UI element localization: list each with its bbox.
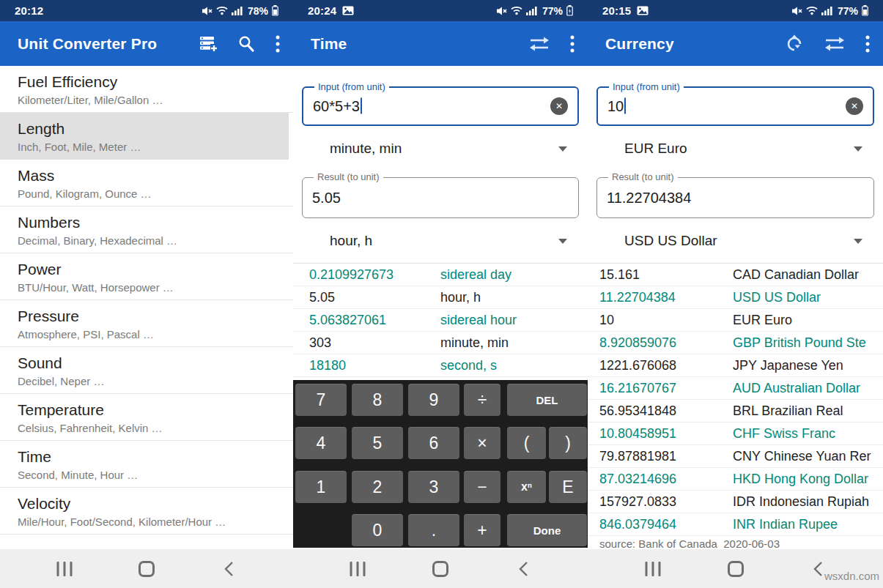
search-icon[interactable] xyxy=(237,34,256,53)
category-sound[interactable]: Sound Decibel, Neper … xyxy=(0,347,293,394)
conversion-row[interactable]: 846.0379464INR Indian Rupee xyxy=(588,513,883,536)
category-numbers[interactable]: Numbers Decimal, Binary, Hexadecimal … xyxy=(0,206,293,253)
key-close-paren[interactable]: ) xyxy=(549,427,587,459)
key-divide[interactable]: ÷ xyxy=(464,384,500,416)
screenshot-notification-icon xyxy=(637,6,649,15)
clear-input-icon[interactable]: ✕ xyxy=(550,97,568,115)
back-button[interactable] xyxy=(223,560,234,578)
key-9[interactable]: 9 xyxy=(408,384,459,416)
key-done[interactable]: Done xyxy=(507,514,587,546)
key-power[interactable]: xⁿ xyxy=(507,471,546,503)
back-button[interactable] xyxy=(518,560,528,578)
result-to-unit-field[interactable]: Result (to unit) 5.05 xyxy=(302,177,579,218)
android-nav-bar xyxy=(0,549,293,588)
category-time[interactable]: Time Second, Minute, Hour … xyxy=(0,441,293,488)
conversion-row[interactable]: 5.063827061sidereal hour xyxy=(293,309,588,332)
key-1[interactable]: 1 xyxy=(295,471,347,503)
key-decimal[interactable]: . xyxy=(408,514,459,546)
overflow-menu-icon[interactable] xyxy=(865,35,870,53)
overflow-menu-icon[interactable] xyxy=(570,35,574,53)
result-field-value: 11.22704384 xyxy=(607,190,691,206)
add-custom-conversion-icon[interactable] xyxy=(199,34,218,53)
conversion-value: 0.2109927673 xyxy=(309,267,440,283)
conversion-row[interactable]: 5.05hour, h xyxy=(293,286,588,309)
mute-icon xyxy=(202,6,213,16)
conversion-row[interactable]: 10EUR Euro xyxy=(588,309,883,332)
key-minus[interactable]: − xyxy=(464,471,500,503)
conversion-row[interactable]: 18180second, s xyxy=(293,354,588,377)
app-bar: Currency xyxy=(588,21,883,66)
conversion-row[interactable]: 16.21670767AUD Australian Dollar xyxy=(588,377,883,400)
refresh-rates-icon[interactable] xyxy=(785,34,804,53)
key-4[interactable]: 4 xyxy=(295,427,347,459)
to-unit-dropdown[interactable]: hour, h xyxy=(330,230,567,252)
chevron-down-icon xyxy=(558,239,567,244)
home-button[interactable] xyxy=(138,561,155,577)
conversion-row[interactable]: 15.161CAD Canadian Dollar xyxy=(588,264,883,286)
category-pressure[interactable]: Pressure Atmosphere, PSI, Pascal … xyxy=(0,300,293,347)
recents-button[interactable] xyxy=(350,562,366,576)
conversion-row[interactable]: 87.03214696HKD Hong Kong Dollar xyxy=(588,468,883,491)
swap-units-icon[interactable] xyxy=(528,36,550,52)
clear-input-icon[interactable]: ✕ xyxy=(846,97,863,115)
conversion-row[interactable]: 1221.676068JPY Japanese Yen xyxy=(588,354,883,377)
key-delete[interactable]: DEL xyxy=(507,384,587,416)
key-6[interactable]: 6 xyxy=(408,427,459,459)
category-length-selected[interactable]: Length Inch, Foot, Mile, Meter … xyxy=(0,113,289,160)
key-exponent[interactable]: E xyxy=(549,471,587,503)
input-from-unit-field[interactable]: Input (from unit) 60*5+3 ✕ xyxy=(302,86,579,126)
key-7[interactable]: 7 xyxy=(295,384,347,416)
category-title: Velocity xyxy=(18,494,286,514)
app-title: Currency xyxy=(605,35,674,53)
conversion-unit: INR Indian Rupee xyxy=(733,517,883,532)
conversion-row[interactable]: 157927.0833IDR Indonesian Rupiah xyxy=(588,491,883,513)
app-title: Unit Converter Pro xyxy=(18,35,157,53)
category-temperature[interactable]: Temperature Celsius, Fahrenheit, Kelvin … xyxy=(0,394,293,441)
key-0[interactable]: 0 xyxy=(352,514,403,546)
key-5[interactable]: 5 xyxy=(352,427,403,459)
key-plus[interactable]: + xyxy=(464,514,500,546)
home-button[interactable] xyxy=(432,561,448,577)
conversion-unit: CNY Chinese Yuan Rer xyxy=(733,449,883,464)
category-title: Sound xyxy=(18,353,286,373)
key-3[interactable]: 3 xyxy=(408,471,459,503)
from-currency-label: EUR Euro xyxy=(624,141,687,157)
conversion-row[interactable]: 10.80458951CHF Swiss Franc xyxy=(588,423,883,445)
key-multiply[interactable]: × xyxy=(464,427,500,459)
conversion-unit: second, s xyxy=(440,358,588,373)
conversion-unit: EUR Euro xyxy=(733,313,883,328)
key-open-paren[interactable]: ( xyxy=(507,427,546,459)
category-mass[interactable]: Mass Pound, Kilogram, Ounce … xyxy=(0,160,293,206)
signal-icon xyxy=(526,6,537,15)
conversion-row[interactable]: 0.2109927673sidereal day xyxy=(293,264,588,286)
conversion-row[interactable]: 56.95341848BRL Brazilian Real xyxy=(588,400,883,423)
category-title: Numbers xyxy=(18,212,286,233)
battery-percent: 78% xyxy=(248,5,268,17)
category-title: Temperature xyxy=(18,400,286,420)
from-currency-dropdown[interactable]: EUR Euro xyxy=(624,138,862,160)
overflow-menu-icon[interactable] xyxy=(276,35,280,53)
recents-button[interactable] xyxy=(57,562,73,576)
category-fuel-efficiency[interactable]: Fuel Efficiency Kilometer/Liter, Mile/Ga… xyxy=(0,66,293,113)
from-unit-dropdown[interactable]: minute, min xyxy=(330,138,567,160)
input-from-unit-field[interactable]: Input (from unit) 10 ✕ xyxy=(596,86,874,126)
swap-units-icon[interactable] xyxy=(824,36,846,52)
conversion-row[interactable]: 79.87881981CNY Chinese Yuan Rer xyxy=(588,445,883,468)
category-velocity[interactable]: Velocity Mile/Hour, Foot/Second, Kilomet… xyxy=(0,488,293,535)
back-button[interactable] xyxy=(813,560,823,578)
category-subtitle: Mile/Hour, Foot/Second, Kilometer/Hour … xyxy=(18,514,286,530)
conversion-row[interactable]: 303minute, min xyxy=(293,332,588,354)
to-currency-dropdown[interactable]: USD US Dollar xyxy=(624,230,862,252)
conversion-value: 846.0379464 xyxy=(599,517,733,532)
input-field-label: Input (from unit) xyxy=(609,81,684,92)
key-2[interactable]: 2 xyxy=(352,471,403,503)
category-subtitle: Celsius, Fahrenheit, Kelvin … xyxy=(18,420,286,436)
recents-button[interactable] xyxy=(645,562,660,576)
key-8[interactable]: 8 xyxy=(352,384,403,416)
home-button[interactable] xyxy=(728,561,744,577)
conversion-row[interactable]: 11.22704384USD US Dollar xyxy=(588,286,883,309)
conversion-row[interactable]: 8.920859076GBP British Pound Ste xyxy=(588,332,883,354)
conversion-value: 18180 xyxy=(309,358,440,373)
result-to-unit-field[interactable]: Result (to unit) 11.22704384 xyxy=(596,177,874,218)
category-power[interactable]: Power BTU/Hour, Watt, Horsepower … xyxy=(0,253,293,300)
